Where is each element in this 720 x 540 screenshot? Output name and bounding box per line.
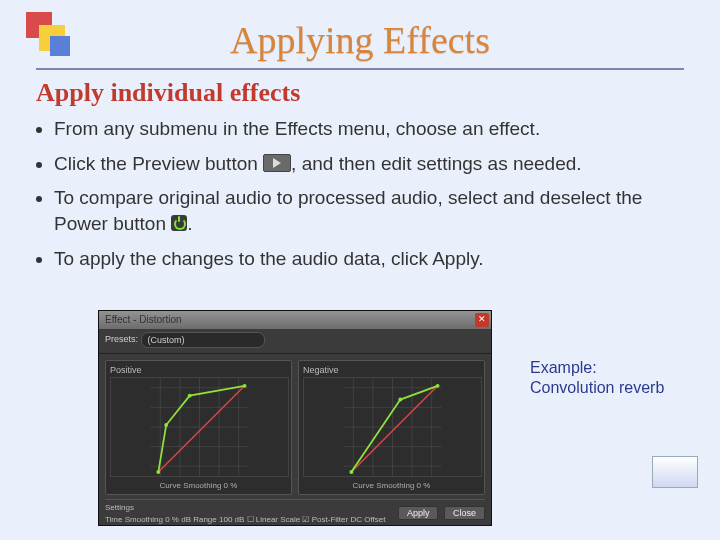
bullet-2-pre: Click the Preview button xyxy=(54,153,263,174)
close-button[interactable]: Close xyxy=(444,506,485,520)
title-rule xyxy=(36,68,684,70)
dialog-titlebar: Effect - Distortion ✕ xyxy=(99,311,491,329)
svg-point-11 xyxy=(164,423,168,427)
svg-point-13 xyxy=(243,384,247,388)
svg-point-24 xyxy=(349,470,353,474)
negative-label: Negative xyxy=(303,365,480,375)
presentation-icon xyxy=(652,456,698,488)
subhead: Apply individual effects xyxy=(36,78,684,108)
close-icon[interactable]: ✕ xyxy=(475,313,489,327)
example-label: Example: Convolution reverb xyxy=(530,358,664,398)
svg-point-12 xyxy=(188,394,192,398)
dialog-buttons: Apply Close xyxy=(395,506,485,520)
bullet-3: To compare original audio to processed a… xyxy=(54,185,684,236)
bullet-3-pre: To compare original audio to processed a… xyxy=(54,187,642,234)
bullet-4: To apply the changes to the audio data, … xyxy=(54,246,684,272)
negative-curve-svg[interactable] xyxy=(303,377,482,477)
negative-curve-panel: Negative Curve Smoothing 0 % xyxy=(298,360,485,495)
svg-point-10 xyxy=(156,470,160,474)
svg-point-25 xyxy=(398,398,402,402)
positive-curve-svg[interactable] xyxy=(110,377,289,477)
slide-title: Applying Effects xyxy=(36,18,684,62)
bullet-list: From any submenu in the Effects menu, ch… xyxy=(54,116,684,271)
corner-logo xyxy=(26,12,78,64)
negative-curve-footer: Curve Smoothing 0 % xyxy=(303,481,480,490)
effect-dialog: Effect - Distortion ✕ Presets: (Custom) … xyxy=(98,310,492,526)
positive-label: Positive xyxy=(110,365,287,375)
bullet-2-post: , and then edit settings as needed. xyxy=(291,153,582,174)
bullet-3-post: . xyxy=(187,213,192,234)
svg-point-26 xyxy=(436,384,440,388)
dialog-title: Effect - Distortion xyxy=(105,314,182,325)
bullet-2: Click the Preview button , and then edit… xyxy=(54,151,684,177)
positive-curve-footer: Curve Smoothing 0 % xyxy=(110,481,287,490)
positive-curve-panel: Positive Curve Smoothing 0 % xyxy=(105,360,292,495)
presets-label: Presets: xyxy=(105,334,138,344)
power-button-icon xyxy=(171,215,187,231)
presets-row: Presets: (Custom) xyxy=(99,329,491,354)
preview-button-icon xyxy=(263,154,291,172)
presets-select[interactable]: (Custom) xyxy=(141,332,265,348)
bullet-1: From any submenu in the Effects menu, ch… xyxy=(54,116,684,142)
apply-button[interactable]: Apply xyxy=(398,506,439,520)
